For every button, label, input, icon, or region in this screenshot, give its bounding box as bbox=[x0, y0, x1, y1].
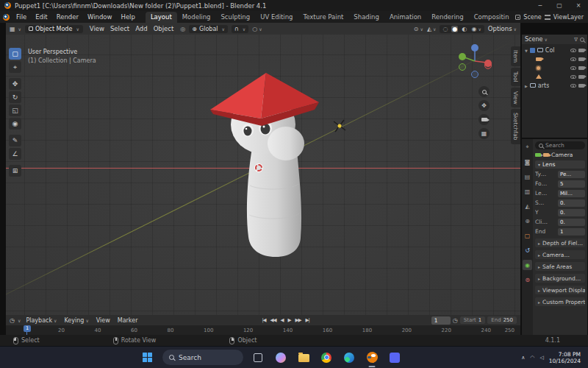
workspace-tab-texture-paint[interactable]: Texture Paint bbox=[298, 12, 349, 23]
collapsed-panel-header[interactable]: Background… bbox=[535, 274, 585, 283]
outliner-display-mode[interactable]: Scene bbox=[525, 36, 548, 43]
camera-data-icon[interactable] bbox=[535, 153, 541, 157]
task-view-button[interactable] bbox=[250, 348, 266, 367]
empty-object-gizmo[interactable] bbox=[334, 120, 345, 132]
navigation-gizmo[interactable] bbox=[454, 40, 495, 82]
viewport-3d[interactable]: ▢⌖✥↻◱◉✎∠⊞ User Perspective (1) Collectio… bbox=[6, 35, 520, 315]
taskbar-clock[interactable]: 7:08 PM 10/16/2024 bbox=[549, 351, 581, 364]
menu-view[interactable]: View bbox=[87, 25, 107, 32]
add-cube-tool[interactable]: ⊞ bbox=[9, 165, 21, 177]
pivot-point-icon[interactable]: ◎ bbox=[180, 26, 185, 32]
menu-add[interactable]: Add bbox=[132, 25, 150, 32]
outliner-row-camera[interactable] bbox=[523, 54, 586, 63]
properties-tab-tool[interactable]: ⌖ bbox=[523, 142, 532, 152]
copilot-button[interactable] bbox=[273, 348, 289, 367]
properties-search[interactable]: Search bbox=[535, 141, 585, 149]
rendered-shading-icon[interactable]: ◉ bbox=[470, 26, 481, 32]
camera-view-button[interactable] bbox=[478, 114, 490, 125]
sidebar-tab-sketchfab[interactable]: Sketchfab bbox=[511, 109, 520, 144]
outliner-row-light[interactable] bbox=[523, 63, 586, 72]
rotate-tool[interactable]: ↻ bbox=[9, 91, 21, 103]
timeline-ruler[interactable]: 020406080100120140160180200220240 250 1 bbox=[6, 325, 520, 335]
properties-tab-physics[interactable]: ⊚ bbox=[523, 275, 532, 285]
properties-tab-object[interactable]: ▢ bbox=[523, 230, 532, 241]
cursor-tool[interactable]: ⌖ bbox=[9, 61, 21, 73]
camera-toggle-icon[interactable] bbox=[578, 84, 584, 88]
property-field-row[interactable]: End 1 bbox=[535, 227, 585, 236]
workspace-tab-shading[interactable]: Shading bbox=[348, 12, 384, 23]
property-field-row[interactable]: S… 0. bbox=[535, 199, 585, 207]
workspace-tab-modeling[interactable]: Modeling bbox=[177, 12, 216, 23]
workspace-tab-sculpting[interactable]: Sculpting bbox=[215, 12, 255, 23]
properties-tab-render[interactable]: ◙ bbox=[523, 157, 532, 167]
current-frame-field[interactable]: 1 bbox=[431, 316, 451, 325]
properties-tab-output[interactable]: ▤ bbox=[523, 171, 532, 182]
eye-icon[interactable] bbox=[570, 49, 576, 52]
puppet-model[interactable] bbox=[190, 64, 359, 270]
network-icon[interactable]: ◠ bbox=[530, 355, 534, 361]
camera-toggle-icon[interactable] bbox=[578, 57, 584, 61]
select-box-tool[interactable]: ▢ bbox=[9, 48, 21, 60]
gizmo-z-neg[interactable] bbox=[472, 71, 478, 78]
sidebar-tab-view[interactable]: View bbox=[511, 88, 520, 108]
property-field-row[interactable]: Fo… 5 bbox=[535, 180, 585, 188]
search-input[interactable]: Search bbox=[162, 350, 243, 365]
edge-button[interactable] bbox=[341, 348, 357, 367]
outliner-row-collection[interactable]: Col bbox=[523, 46, 586, 54]
app-menu-button[interactable] bbox=[0, 11, 12, 23]
sidebar-tab-item[interactable]: Item bbox=[511, 46, 520, 66]
jump-to-start-button[interactable]: |◀ bbox=[262, 317, 265, 323]
menu-marker[interactable]: Marker bbox=[115, 317, 140, 324]
disclosure-triangle-icon[interactable] bbox=[525, 47, 528, 54]
scale-tool[interactable]: ◱ bbox=[9, 105, 21, 116]
measure-tool[interactable]: ∠ bbox=[9, 148, 21, 160]
eye-icon[interactable] bbox=[570, 75, 576, 79]
collapsed-panel-header[interactable]: Camera… bbox=[535, 250, 585, 259]
workspace-tab-layout[interactable]: Layout bbox=[146, 12, 177, 23]
menu-file[interactable]: File bbox=[12, 11, 31, 23]
next-keyframe-button[interactable]: ▶▶ bbox=[295, 317, 301, 323]
properties-tab-world[interactable]: ⊕ bbox=[523, 216, 532, 226]
gizmo-y-axis[interactable] bbox=[459, 53, 466, 60]
menu-playback[interactable]: Playback bbox=[24, 317, 59, 324]
move-tool[interactable]: ✥ bbox=[9, 78, 21, 90]
transform-orientation-dropdown[interactable]: ⊕Global bbox=[189, 25, 228, 33]
collection-checkbox[interactable] bbox=[530, 48, 535, 53]
close-button[interactable]: × bbox=[569, 0, 588, 11]
sidebar-tab-tool[interactable]: Tool bbox=[511, 68, 520, 86]
prev-keyframe-button[interactable]: ◀◀ bbox=[270, 317, 276, 323]
ortho-toggle-button[interactable]: ▦ bbox=[478, 128, 490, 139]
workspace-tab-uv-editing[interactable]: UV Editing bbox=[255, 12, 298, 23]
jump-to-end-button[interactable]: ▶| bbox=[306, 317, 309, 323]
pinned-app-button[interactable] bbox=[387, 348, 403, 367]
wireframe-shading-icon[interactable]: ◌ bbox=[442, 26, 448, 32]
properties-tab-scene[interactable]: ◭ bbox=[523, 201, 532, 211]
solid-shading-icon[interactable]: ● bbox=[451, 26, 458, 32]
material-preview-icon[interactable]: ◐ bbox=[461, 26, 467, 32]
proportional-editing-icon[interactable]: ○ bbox=[252, 26, 262, 32]
play-reverse-button[interactable]: ◀ bbox=[281, 317, 284, 323]
gizmos-icon[interactable]: ◭ bbox=[427, 26, 437, 32]
snap-dropdown[interactable]: ∪ bbox=[232, 25, 248, 33]
viewlayer-name[interactable]: ViewLayer bbox=[553, 14, 584, 21]
property-field-row[interactable]: Ty… Pe… bbox=[535, 170, 585, 178]
camera-toggle-icon[interactable] bbox=[578, 75, 584, 79]
properties-tab-constraints[interactable]: ↺ bbox=[523, 245, 532, 255]
tray-expand-chevron[interactable]: ∧ bbox=[521, 355, 525, 361]
transform-tool[interactable]: ◉ bbox=[9, 118, 21, 130]
gizmo-x-neg[interactable] bbox=[485, 63, 492, 69]
properties-tab-object-data[interactable]: ◉ bbox=[523, 260, 532, 270]
blender-taskbar-button[interactable] bbox=[364, 348, 380, 367]
volume-icon[interactable]: ◁ bbox=[539, 355, 543, 361]
menu-keying[interactable]: Keying bbox=[62, 317, 91, 324]
property-field-row[interactable]: Y 0. bbox=[535, 208, 585, 216]
gizmo-y-neg[interactable] bbox=[459, 64, 466, 71]
mode-dropdown[interactable]: Object Mode bbox=[25, 25, 83, 33]
scene-name[interactable]: Scene bbox=[523, 14, 541, 21]
start-frame-field[interactable]: Start1 bbox=[460, 316, 486, 324]
outliner-row-arts[interactable]: arts bbox=[523, 81, 586, 90]
eye-icon[interactable] bbox=[570, 57, 576, 61]
overlays-icon[interactable]: ⊙ bbox=[414, 26, 423, 32]
filter-icon[interactable] bbox=[574, 36, 578, 43]
start-button[interactable] bbox=[140, 348, 156, 367]
